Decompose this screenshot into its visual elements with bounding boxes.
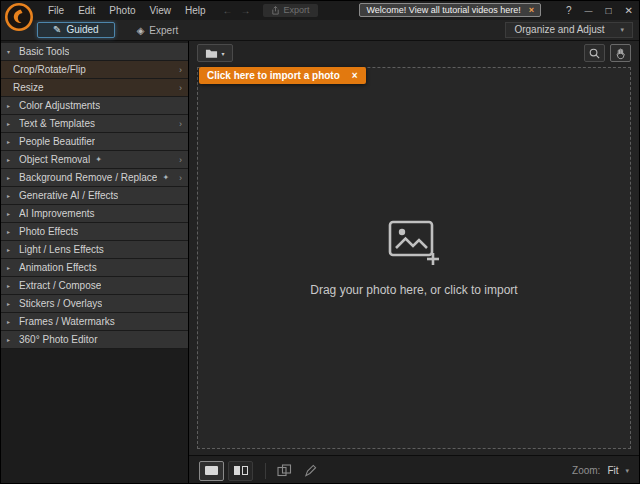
mode-bar: ✎ Guided ◈ Expert Organize and Adjust ▾ xyxy=(1,20,639,41)
tab-expert[interactable]: ◈ Expert xyxy=(131,24,185,37)
chevron-right-icon: › xyxy=(179,155,182,165)
help-button[interactable]: ? xyxy=(566,5,572,16)
organize-and-adjust-dropdown[interactable]: Organize and Adjust ▾ xyxy=(505,22,633,38)
collapsed-triangle-icon: ▸ xyxy=(7,120,19,127)
sidebar-item-object-removal[interactable]: ▸Object Removal✦› xyxy=(1,151,188,169)
collapsed-triangle-icon: ▸ xyxy=(7,318,19,325)
app-logo xyxy=(4,2,34,32)
main-area: ▾ xyxy=(189,41,639,484)
sidebar-item-label: Crop/Rotate/Flip xyxy=(13,64,86,75)
export-button[interactable]: Export xyxy=(263,4,318,17)
expanded-triangle-icon: ▾ xyxy=(7,48,19,55)
sidebar-item-label: Extract / Compose xyxy=(19,280,101,291)
canvas-area: Click here to import a photo × Drag your… xyxy=(197,67,631,449)
sidebar-item-light-lens-effects[interactable]: ▸Light / Lens Effects xyxy=(1,241,188,259)
dropzone-text: Drag your photo here, or click to import xyxy=(310,283,517,297)
sidebar-item-people-beautifier[interactable]: ▸People Beautifier xyxy=(1,133,188,151)
sidebar-item-label: People Beautifier xyxy=(19,136,95,147)
main-toolbar: ▾ xyxy=(189,41,639,65)
import-photo-button[interactable]: ▾ xyxy=(197,44,233,62)
collapsed-triangle-icon: ▸ xyxy=(7,264,19,271)
sidebar-item-label: Resize xyxy=(13,82,44,93)
sidebar: ▾Basic ToolsCrop/Rotate/Flip›Resize›▸Col… xyxy=(1,41,189,484)
sidebar-item-label: Frames / Watermarks xyxy=(19,316,115,327)
sidebar-item-color-adjustments[interactable]: ▸Color Adjustments xyxy=(1,97,188,115)
minimize-icon[interactable]: — xyxy=(585,6,593,15)
sidebar-item-photo-effects[interactable]: ▸Photo Effects xyxy=(1,223,188,241)
sidebar-item-resize[interactable]: Resize› xyxy=(1,79,188,97)
menu-view[interactable]: View xyxy=(143,5,179,16)
sidebar-item-label: 360° Photo Editor xyxy=(19,334,98,345)
collapsed-triangle-icon: ▸ xyxy=(7,246,19,253)
export-label: Export xyxy=(284,5,310,15)
zoom-label: Zoom: xyxy=(572,465,600,476)
close-icon[interactable]: ✕ xyxy=(625,5,633,16)
tutorial-notification: Welcome! View all tutorial videos here! … xyxy=(359,3,541,17)
collapsed-triangle-icon: ▸ xyxy=(7,228,19,235)
pen-icon xyxy=(304,464,317,477)
zoom-control[interactable]: Zoom: Fit ▾ xyxy=(572,465,629,476)
sidebar-item-frames-watermarks[interactable]: ▸Frames / Watermarks xyxy=(1,313,188,331)
sidebar-item-360-photo-editor[interactable]: ▸360° Photo Editor xyxy=(1,331,188,349)
expert-label: Expert xyxy=(149,25,178,36)
chevron-down-icon: ▾ xyxy=(620,26,624,34)
sidebar-item-basic-tools[interactable]: ▾Basic Tools xyxy=(1,43,188,61)
hand-icon xyxy=(614,47,627,60)
sidebar-item-label: Generative AI / Effects xyxy=(19,190,118,201)
pen-display-button[interactable] xyxy=(300,462,320,480)
sidebar-item-ai-improvements[interactable]: ▸AI Improvements xyxy=(1,205,188,223)
collapsed-triangle-icon: ▸ xyxy=(7,156,19,163)
notification-text: Welcome! View all tutorial videos here! xyxy=(366,5,520,15)
compare-view-button[interactable] xyxy=(228,461,253,481)
sidebar-item-generative-ai-effects[interactable]: ▸Generative AI / Effects xyxy=(1,187,188,205)
sidebar-item-text-templates[interactable]: ▸Text & Templates› xyxy=(1,115,188,133)
divider xyxy=(265,463,266,479)
maximize-icon[interactable]: □ xyxy=(606,5,612,16)
sidebar-item-crop-rotate-flip[interactable]: Crop/Rotate/Flip› xyxy=(1,61,188,79)
sidebar-item-label: Photo Effects xyxy=(19,226,78,237)
organize-label: Organize and Adjust xyxy=(514,24,604,35)
collapsed-triangle-icon: ▸ xyxy=(7,138,19,145)
single-view-icon xyxy=(205,466,218,475)
forward-icon[interactable]: → xyxy=(241,5,251,16)
sidebar-item-extract-compose[interactable]: ▸Extract / Compose xyxy=(1,277,188,295)
collapsed-triangle-icon: ▸ xyxy=(7,174,19,181)
menu-edit[interactable]: Edit xyxy=(71,5,102,16)
chevron-right-icon: › xyxy=(179,119,182,129)
collapsed-triangle-icon: ▸ xyxy=(7,336,19,343)
pan-tool-button[interactable] xyxy=(610,44,631,62)
chevron-down-icon: ▾ xyxy=(625,467,629,475)
notification-close-icon[interactable]: × xyxy=(529,5,534,15)
sidebar-item-label: Text & Templates xyxy=(19,118,95,129)
expert-layers-icon: ◈ xyxy=(137,25,145,36)
sidebar-item-background-remove-replace[interactable]: ▸Background Remove / Replace✦› xyxy=(1,169,188,187)
menu-file[interactable]: File xyxy=(41,5,71,16)
callout-close-icon[interactable]: × xyxy=(352,70,358,81)
sidebar-item-label: Color Adjustments xyxy=(19,100,100,111)
sidebar-item-label: Object Removal xyxy=(19,154,90,165)
back-icon[interactable]: ← xyxy=(223,5,233,16)
menu-help[interactable]: Help xyxy=(178,5,213,16)
menubar: FileEditPhotoViewHelp xyxy=(41,5,213,16)
photo-dropzone[interactable]: Drag your photo here, or click to import xyxy=(197,67,631,449)
menu-photo[interactable]: Photo xyxy=(102,5,142,16)
sidebar-item-label: Animation Effects xyxy=(19,262,97,273)
sidebar-item-animation-effects[interactable]: ▸Animation Effects xyxy=(1,259,188,277)
add-photo-icon xyxy=(387,219,441,267)
import-callout-text: Click here to import a photo xyxy=(207,70,340,81)
bottom-bar: Zoom: Fit ▾ xyxy=(189,455,639,484)
import-callout[interactable]: Click here to import a photo × xyxy=(199,67,366,84)
compare-view-icon xyxy=(234,466,240,475)
sidebar-item-stickers-overlays[interactable]: ▸Stickers / Overlays xyxy=(1,295,188,313)
window-controls: ? — □ ✕ xyxy=(566,1,633,20)
before-after-button[interactable] xyxy=(274,462,294,480)
chevron-right-icon: › xyxy=(179,83,182,93)
export-icon xyxy=(271,6,280,15)
collapsed-triangle-icon: ▸ xyxy=(7,282,19,289)
tab-guided[interactable]: ✎ Guided xyxy=(37,22,115,38)
sidebar-item-label: Background Remove / Replace xyxy=(19,172,157,183)
single-view-button[interactable] xyxy=(199,461,224,481)
collapsed-triangle-icon: ▸ xyxy=(7,102,19,109)
zoom-tool-button[interactable] xyxy=(584,44,605,62)
chevron-right-icon: › xyxy=(179,173,182,183)
